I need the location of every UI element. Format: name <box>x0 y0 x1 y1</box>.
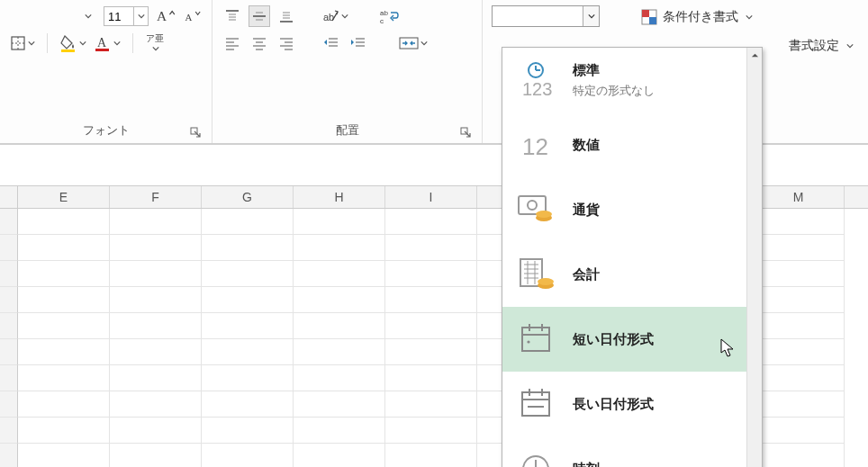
format-item-accounting[interactable]: 会計 <box>502 242 762 307</box>
cell-styles-button-partial[interactable]: 書式設定 <box>783 34 859 58</box>
align-middle-button[interactable] <box>249 5 270 27</box>
scroll-up-arrow[interactable] <box>748 48 762 63</box>
col-header[interactable]: G <box>202 186 294 208</box>
svg-text:c: c <box>380 17 384 25</box>
format-item-long-date[interactable]: 長い日付形式 <box>502 372 762 436</box>
font-color-button[interactable]: A <box>93 32 122 54</box>
short-date-icon <box>515 320 556 358</box>
svg-rect-2 <box>12 37 24 49</box>
format-item-currency[interactable]: 通貨 <box>502 177 762 242</box>
col-header[interactable]: E <box>18 186 110 208</box>
orientation-button[interactable]: ab <box>321 5 349 27</box>
merge-center-button[interactable] <box>398 32 429 54</box>
format-item-title: 標準 <box>573 62 655 79</box>
group-font: A A <box>0 0 212 143</box>
accounting-icon <box>515 256 556 293</box>
svg-rect-7 <box>95 49 109 51</box>
separator <box>47 33 48 53</box>
general-icon: 123 <box>515 61 556 99</box>
svg-rect-5 <box>61 49 75 52</box>
format-item-sub: 特定の形式なし <box>573 83 655 99</box>
format-item-title: 短い日付形式 <box>573 331 654 348</box>
align-right-button[interactable] <box>276 32 297 54</box>
align-top-button[interactable] <box>222 5 243 27</box>
border-button[interactable] <box>9 32 36 54</box>
decrease-indent-button[interactable] <box>321 32 342 54</box>
col-header[interactable]: I <box>385 186 477 208</box>
grow-font-button[interactable]: A <box>154 5 176 27</box>
svg-text:A: A <box>185 12 193 22</box>
conditional-formatting-button[interactable]: 条件付き書式 <box>636 5 758 29</box>
dropdown-scrollbar[interactable] <box>746 48 762 467</box>
svg-text:123: 123 <box>522 79 552 99</box>
align-left-button[interactable] <box>222 32 243 54</box>
format-item-title: 時刻 <box>573 461 600 468</box>
svg-point-63 <box>538 278 554 285</box>
format-item-title: 数値 <box>573 137 600 154</box>
align-center-button[interactable] <box>249 32 270 54</box>
format-item-title: 通貨 <box>573 202 600 219</box>
font-dialog-launcher[interactable] <box>190 127 203 139</box>
font-family-caret[interactable] <box>77 5 98 27</box>
currency-icon <box>515 191 556 229</box>
time-icon <box>515 450 556 467</box>
svg-text:12: 12 <box>522 133 548 160</box>
svg-point-54 <box>536 211 552 218</box>
format-item-general[interactable]: 123 標準 特定の形式なし <box>502 48 762 112</box>
group-label-font: フォント <box>83 122 130 139</box>
group-alignment: ab abc <box>212 0 483 143</box>
format-item-title: 長い日付形式 <box>573 396 654 413</box>
ruby-label: ア亜 <box>146 34 164 43</box>
number-icon: 12 <box>515 126 556 164</box>
number-format-dropdown: 123 標準 特定の形式なし 12 数値 通貨 <box>502 47 763 467</box>
align-bottom-button[interactable] <box>276 5 297 27</box>
col-header[interactable]: H <box>294 186 385 208</box>
col-header[interactable]: F <box>110 186 202 208</box>
format-item-number[interactable]: 12 数値 <box>502 112 762 177</box>
svg-rect-64 <box>522 328 549 351</box>
fill-color-button[interactable] <box>59 32 87 54</box>
mouse-cursor-icon <box>720 338 737 358</box>
number-format-caret[interactable] <box>583 6 599 26</box>
svg-point-68 <box>527 340 529 343</box>
shrink-font-button[interactable]: A <box>181 5 203 27</box>
separator <box>132 33 133 53</box>
conditional-formatting-label: 条件付き書式 <box>663 9 738 25</box>
number-format-combobox[interactable] <box>492 5 600 27</box>
svg-text:A: A <box>97 36 107 49</box>
phonetic-guide-button[interactable]: ア亜 <box>144 32 166 54</box>
col-header[interactable]: M <box>753 186 845 208</box>
format-item-time[interactable]: 時刻 <box>502 436 762 467</box>
alignment-dialog-launcher[interactable] <box>460 127 473 139</box>
font-size-input[interactable] <box>104 6 134 26</box>
svg-text:A: A <box>157 8 167 23</box>
conditional-format-icon <box>641 9 657 25</box>
svg-rect-69 <box>522 392 549 416</box>
group-label-alignment: 配置 <box>336 122 359 139</box>
svg-text:ab: ab <box>380 9 388 17</box>
font-size-caret[interactable] <box>134 6 149 26</box>
wrap-text-button[interactable]: abc <box>378 5 400 27</box>
svg-rect-44 <box>642 10 649 17</box>
svg-rect-45 <box>649 17 656 24</box>
format-item-title: 会計 <box>573 266 600 283</box>
increase-indent-button[interactable] <box>348 32 369 54</box>
cell-styles-label: 書式設定 <box>789 38 839 54</box>
long-date-icon <box>515 385 556 423</box>
svg-point-52 <box>528 201 537 210</box>
